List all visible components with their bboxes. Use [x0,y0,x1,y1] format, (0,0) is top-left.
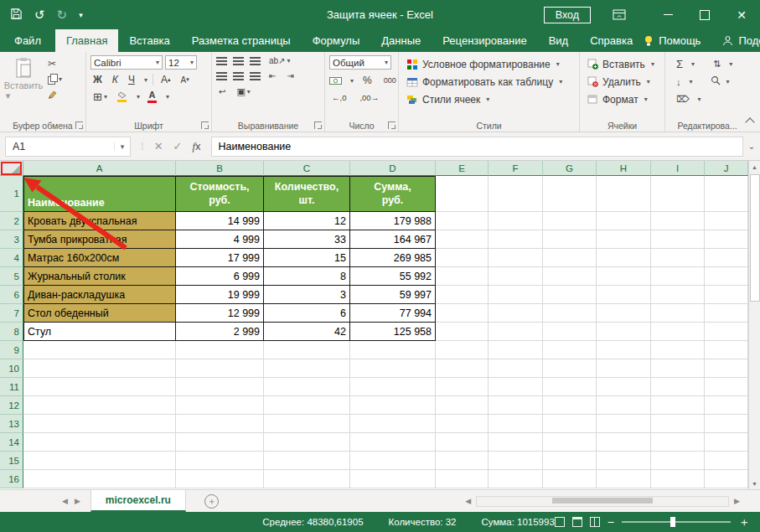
cell-C9[interactable] [264,341,350,359]
cell-F14[interactable] [489,433,543,452]
cell-A16[interactable] [23,470,176,488]
align-right-icon[interactable] [250,72,261,80]
cell-B8[interactable]: 2 999 [176,323,264,341]
cell-H13[interactable] [597,415,651,433]
insert-function-icon[interactable]: fx [192,140,200,153]
cell-styles-button[interactable]: Стили ячеек▾ [406,90,575,108]
decrease-decimal-icon[interactable]: ,00→ [357,92,381,103]
cell-H4[interactable] [597,249,651,267]
cell-A7[interactable]: Стол обеденный [23,304,176,323]
row-header-2[interactable]: 2 [0,212,23,230]
format-cells-button[interactable]: Формат▾ [587,90,660,108]
cell-A4[interactable]: Матрас 160x200см [23,249,176,267]
customize-qat-icon[interactable]: ▾ [79,11,83,19]
cell-A8[interactable]: Стул [23,323,176,341]
autosum-icon[interactable]: Σ [674,57,685,71]
cell-G7[interactable] [543,304,597,323]
cell-J11[interactable] [705,378,748,396]
horizontal-scroll-thumb[interactable] [552,498,653,504]
cell-G13[interactable] [543,415,597,433]
italic-button[interactable]: К [110,73,121,86]
cell-B2[interactable]: 14 999 [176,212,264,230]
cell-A5[interactable]: Журнальный столик [23,267,176,286]
fill-color-icon[interactable] [117,91,127,102]
cell-B5[interactable]: 6 999 [176,267,264,286]
fill-icon[interactable]: ↓ [674,76,684,88]
cell-D10[interactable] [350,359,436,378]
cell-I16[interactable] [651,470,705,488]
row-header-13[interactable]: 13 [0,415,23,433]
cell-C15[interactable] [264,452,350,470]
cell-F1[interactable] [489,176,543,212]
cell-I12[interactable] [651,396,705,415]
cell-A15[interactable] [23,452,176,470]
column-header-B[interactable]: B [176,161,264,176]
align-top-icon[interactable] [216,57,227,65]
format-as-table-button[interactable]: Форматировать как таблицу▾ [406,73,575,90]
cell-C7[interactable]: 6 [264,304,350,323]
cell-H15[interactable] [597,452,651,470]
cell-I9[interactable] [651,341,705,359]
cell-H12[interactable] [597,396,651,415]
name-box[interactable]: A1 ▾ [5,137,131,157]
zoom-out-icon[interactable]: − [607,516,614,528]
cell-C11[interactable] [264,378,350,396]
number-format-select[interactable]: Общий▾ [329,55,391,70]
cell-J12[interactable] [705,396,748,415]
cell-A10[interactable] [23,359,176,378]
cell-C3[interactable]: 33 [264,230,350,249]
cell-B4[interactable]: 17 999 [176,249,264,267]
cell-B10[interactable] [176,359,264,378]
cell-E14[interactable] [436,433,489,452]
cell-F2[interactable] [489,212,543,230]
cell-D5[interactable]: 55 992 [350,267,436,286]
delete-cells-button[interactable]: Удалить▾ [587,73,660,90]
maximize-button[interactable] [686,0,723,29]
cell-G2[interactable] [543,212,597,230]
sheet-nav-right-icon[interactable]: ▶ [75,497,80,505]
column-header-I[interactable]: I [651,161,705,176]
cut-icon[interactable]: ✂ [48,58,62,70]
cell-G16[interactable] [543,470,597,488]
cell-B16[interactable] [176,470,264,488]
cell-I11[interactable] [651,378,705,396]
column-header-J[interactable]: J [705,161,748,176]
font-name-select[interactable]: Calibri▾ [90,55,163,70]
cell-J4[interactable] [705,249,748,267]
cell-J5[interactable] [705,267,748,286]
cell-B1[interactable]: Стоимость, руб. [176,176,264,212]
comma-style-icon[interactable]: 000 [381,75,399,85]
cell-E5[interactable] [436,267,489,286]
cell-F12[interactable] [489,396,543,415]
cell-E12[interactable] [436,396,489,415]
orientation-icon[interactable]: ab↗▾ [266,55,293,66]
sort-filter-icon[interactable]: ⇅ [711,58,723,70]
column-header-C[interactable]: C [264,161,350,176]
cell-J16[interactable] [705,470,748,488]
cell-D3[interactable]: 164 967 [350,230,436,249]
row-header-12[interactable]: 12 [0,396,23,415]
cell-F7[interactable] [489,304,543,323]
row-header-15[interactable]: 15 [0,452,23,470]
cell-B9[interactable] [176,341,264,359]
number-dialog-launcher-icon[interactable] [388,121,396,129]
cell-F6[interactable] [489,286,543,304]
cell-H5[interactable] [597,267,651,286]
cell-J8[interactable] [705,323,748,341]
tab-file[interactable]: Файл [0,29,55,52]
align-center-icon[interactable] [233,72,244,80]
cell-C16[interactable] [264,470,350,488]
cell-A12[interactable] [23,396,176,415]
wrap-text-icon[interactable]: ↩ [216,86,228,97]
share-button[interactable]: Поделиться [722,34,760,47]
cell-B12[interactable] [176,396,264,415]
cell-H3[interactable] [597,230,651,249]
normal-view-icon[interactable] [555,517,565,527]
clear-icon[interactable]: ⌦ [674,93,692,106]
cell-C6[interactable]: 3 [264,286,350,304]
cell-I15[interactable] [651,452,705,470]
cell-H7[interactable] [597,304,651,323]
cell-J13[interactable] [705,415,748,433]
cell-J10[interactable] [705,359,748,378]
copy-icon[interactable]: ▾ [48,74,62,84]
